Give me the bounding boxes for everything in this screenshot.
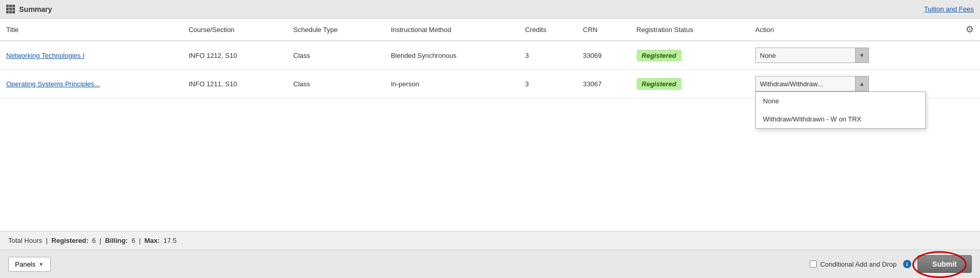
row2-schedule-type: Class bbox=[287, 70, 385, 98]
row2-registered-badge: Registered bbox=[637, 78, 682, 90]
max-label: Max: bbox=[145, 237, 160, 244]
row1-instructional-method: Blended Synchronous bbox=[385, 41, 519, 70]
row2-crn: 33067 bbox=[577, 70, 630, 98]
row2-course-link[interactable]: Operating Systems Principles... bbox=[6, 80, 100, 88]
bottom-bar: Panels ▼ Conditional Add and Drop i Subm… bbox=[0, 250, 980, 278]
table-row: Operating Systems Principles... INFO 121… bbox=[0, 70, 980, 98]
row2-registration-status: Registered bbox=[630, 70, 749, 98]
totals-bar: Total Hours | Registered: 6 | Billing: 6… bbox=[0, 231, 980, 250]
max-value: 17.5 bbox=[164, 237, 177, 244]
row2-title: Operating Systems Principles... bbox=[0, 70, 182, 98]
registered-value: 6 bbox=[92, 237, 96, 244]
row1-registered-badge: Registered bbox=[637, 50, 682, 61]
panels-dropdown-arrow: ▼ bbox=[39, 261, 44, 267]
row1-action-dropdown[interactable]: None ▼ bbox=[755, 48, 869, 63]
row2-action-value: Withdraw/Withdraw... bbox=[756, 80, 855, 88]
action-col-label: Action bbox=[755, 26, 774, 34]
header-bar: Summary Tuition and Fees bbox=[0, 0, 980, 19]
billing-value: 6 bbox=[132, 237, 135, 244]
col-crn: CRN bbox=[577, 19, 630, 41]
row2-credits: 3 bbox=[519, 70, 577, 98]
col-action: Action ⚙ bbox=[749, 19, 980, 40]
dropdown-option-none[interactable]: None bbox=[756, 92, 925, 110]
row2-action-dropdown-wrapper: Withdraw/Withdraw... ▲ None Withdraw/Wit… bbox=[755, 76, 974, 91]
info-icon[interactable]: i bbox=[903, 260, 911, 268]
row1-dropdown-arrow: ▼ bbox=[855, 48, 868, 63]
right-actions: Conditional Add and Drop i Submit bbox=[810, 255, 972, 273]
row1-action: None ▼ bbox=[749, 41, 980, 70]
col-schedule-type: Schedule Type bbox=[287, 19, 385, 41]
row1-crn: 33069 bbox=[577, 41, 630, 70]
row2-dropdown-menu: None Withdraw/Withdrawn - W on TRX bbox=[755, 91, 926, 129]
settings-gear-icon[interactable]: ⚙ bbox=[966, 24, 974, 35]
col-registration-status: Registration Status bbox=[630, 19, 749, 41]
row1-course-link[interactable]: Networking Technologies I bbox=[6, 52, 85, 59]
registered-label: Registered: bbox=[52, 237, 89, 244]
page-wrapper: Summary Tuition and Fees Title Course/Se… bbox=[0, 0, 980, 278]
row1-action-value: None bbox=[756, 52, 855, 59]
total-hours-label: Total Hours bbox=[8, 237, 42, 244]
conditional-add-drop-checkbox[interactable] bbox=[810, 260, 817, 268]
row1-course-section: INFO 1212, S10 bbox=[182, 41, 287, 70]
panels-label: Panels bbox=[15, 260, 36, 268]
col-title: Title bbox=[0, 19, 182, 41]
conditional-add-drop-text: Conditional Add and Drop bbox=[820, 260, 896, 268]
dropdown-option-withdraw[interactable]: Withdraw/Withdrawn - W on TRX bbox=[756, 110, 925, 128]
summary-table: Title Course/Section Schedule Type Instr… bbox=[0, 19, 980, 98]
submit-button-wrapper: Submit bbox=[918, 255, 972, 273]
row1-schedule-type: Class bbox=[287, 41, 385, 70]
table-area: Title Course/Section Schedule Type Instr… bbox=[0, 19, 980, 231]
row1-credits: 3 bbox=[519, 41, 577, 70]
col-credits: Credits bbox=[519, 19, 577, 41]
table-row: Networking Technologies I INFO 1212, S10… bbox=[0, 41, 980, 70]
row2-action: Withdraw/Withdraw... ▲ None Withdraw/Wit… bbox=[749, 70, 980, 98]
col-instructional-method: Instructional Method bbox=[385, 19, 519, 41]
row2-instructional-method: In-person bbox=[385, 70, 519, 98]
row2-action-dropdown[interactable]: Withdraw/Withdraw... ▲ bbox=[755, 76, 869, 91]
row1-title: Networking Technologies I bbox=[0, 41, 182, 70]
panels-button[interactable]: Panels ▼ bbox=[8, 257, 51, 272]
col-course-section: Course/Section bbox=[182, 19, 287, 41]
header-title: Summary bbox=[6, 5, 52, 13]
conditional-add-drop-label: Conditional Add and Drop bbox=[810, 260, 896, 268]
grid-icon bbox=[6, 5, 15, 13]
tuition-fees-link[interactable]: Tuition and Fees bbox=[924, 5, 974, 13]
summary-title: Summary bbox=[19, 5, 52, 13]
row1-registration-status: Registered bbox=[630, 41, 749, 70]
row2-course-section: INFO 1211, S10 bbox=[182, 70, 287, 98]
submit-button[interactable]: Submit bbox=[918, 255, 972, 273]
row2-dropdown-arrow: ▲ bbox=[855, 76, 868, 91]
billing-label: Billing: bbox=[105, 237, 128, 244]
